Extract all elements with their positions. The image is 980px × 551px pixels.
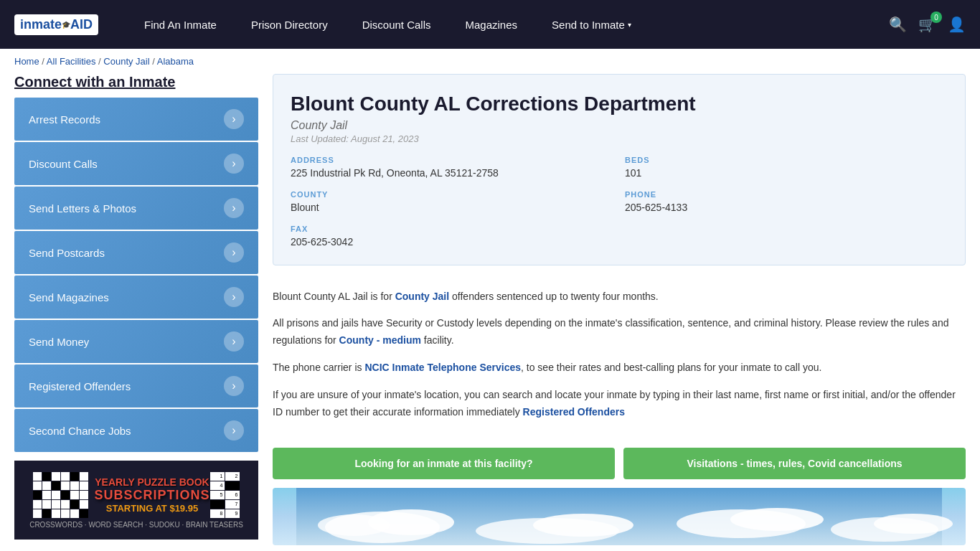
nav-prison-directory[interactable]: Prison Directory	[234, 0, 345, 49]
sidebar-item-label: Send Letters & Photos	[29, 202, 136, 215]
registered-offenders-link[interactable]: Registered Offenders	[523, 406, 625, 418]
fax-label: FAX	[291, 225, 613, 233]
sidebar-item-registered-offenders[interactable]: Registered Offenders ›	[14, 364, 258, 408]
svg-point-7	[730, 508, 824, 531]
breadcrumb: Home / All Facilities / County Jail / Al…	[0, 49, 980, 74]
nav-send-to-inmate[interactable]: Send to Inmate ▾	[534, 0, 649, 49]
svg-point-9	[874, 514, 953, 534]
facility-card: Blount County AL Corrections Department …	[273, 74, 966, 265]
ad-title: YEARLY PUZZLE BOOK	[94, 476, 209, 488]
county-value: Blount	[291, 202, 613, 213]
sidebar-item-label: Second Chance Jobs	[29, 425, 131, 437]
facility-name: Blount County AL Corrections Department	[291, 92, 948, 116]
sidebar-title: Connect with an Inmate	[14, 74, 258, 90]
arrow-icon: ›	[224, 376, 244, 396]
county-jail-link[interactable]: County Jail	[395, 291, 449, 302]
sidebar: Connect with an Inmate Arrest Records › …	[14, 74, 258, 545]
ncic-link[interactable]: NCIC Inmate Telephone Services	[364, 362, 521, 373]
description-area: Blount County AL Jail is for County Jail…	[273, 277, 966, 443]
sidebar-item-send-magazines[interactable]: Send Magazines ›	[14, 276, 258, 319]
sidebar-item-label: Send Money	[29, 336, 89, 348]
phone-value: 205-625-4133	[625, 202, 948, 213]
county-label: COUNTY	[291, 190, 613, 199]
search-icon[interactable]: 🔍	[889, 16, 907, 33]
logo-inmate-text: inmate	[20, 17, 62, 32]
number-grid-graphic: 12 4 56 7 89	[210, 472, 240, 518]
sidebar-item-second-chance-jobs[interactable]: Second Chance Jobs ›	[14, 409, 258, 452]
main-layout: Connect with an Inmate Arrest Records › …	[0, 74, 980, 551]
fax-block: FAX 205-625-3042	[291, 225, 613, 248]
arrow-icon: ›	[224, 154, 244, 174]
crossword-graphic	[33, 472, 88, 518]
sidebar-item-send-letters-photos[interactable]: Send Letters & Photos ›	[14, 187, 258, 230]
sidebar-menu: Arrest Records › Discount Calls › Send L…	[14, 98, 258, 452]
arrow-icon: ›	[224, 242, 244, 263]
address-value: 225 Industrial Pk Rd, Oneonta, AL 35121-…	[291, 167, 613, 179]
phone-block: PHONE 205-625-4133	[625, 190, 948, 213]
county-block: COUNTY Blount	[291, 190, 613, 213]
arrow-icon: ›	[224, 331, 244, 352]
facility-type: County Jail	[291, 119, 948, 132]
nav-links: Find An Inmate Prison Directory Discount…	[127, 0, 889, 49]
fax-value: 205-625-3042	[291, 236, 613, 248]
beds-block: BEDS 101	[625, 156, 948, 179]
dropdown-chevron-icon: ▾	[628, 21, 631, 29]
sidebar-item-arrest-records[interactable]: Arrest Records ›	[14, 98, 258, 141]
nav-find-inmate[interactable]: Find An Inmate	[127, 0, 234, 49]
desc-para3: The phone carrier is NCIC Inmate Telepho…	[273, 359, 966, 377]
desc-para2: All prisons and jails have Security or C…	[273, 315, 966, 349]
breadcrumb-all-facilities[interactable]: All Facilities	[47, 56, 96, 67]
desc-para1: Blount County AL Jail is for County Jail…	[273, 288, 966, 306]
breadcrumb-alabama[interactable]: Alabama	[157, 56, 194, 67]
phone-label: PHONE	[625, 190, 948, 199]
sidebar-ad[interactable]: YEARLY PUZZLE BOOK SUBSCRIPTIONS STARTIN…	[14, 461, 258, 540]
beds-value: 101	[625, 167, 948, 179]
ad-subtitle: SUBSCRIPTIONS	[94, 488, 209, 503]
cart-badge: 0	[930, 11, 942, 23]
logo[interactable]: inmate🎓AID	[14, 14, 98, 35]
account-icon[interactable]: 👤	[948, 16, 966, 33]
visitations-button[interactable]: Visitations - times, rules, Covid cancel…	[623, 448, 966, 479]
ad-price: STARTING AT $19.95	[94, 503, 209, 514]
svg-point-3	[318, 514, 390, 536]
ad-items-text: CROSSWORDS · WORD SEARCH · SUDOKU · BRAI…	[29, 521, 243, 529]
breadcrumb-home[interactable]: Home	[14, 56, 39, 67]
facility-updated: Last Updated: August 21, 2023	[291, 133, 948, 144]
sidebar-item-send-money[interactable]: Send Money ›	[14, 320, 258, 363]
looking-for-inmate-button[interactable]: Looking for an inmate at this facility?	[273, 448, 615, 479]
arrow-icon: ›	[224, 109, 244, 129]
svg-point-5	[533, 514, 633, 537]
nav-magazines[interactable]: Magazines	[448, 0, 535, 49]
beds-label: BEDS	[625, 156, 948, 164]
sidebar-item-label: Discount Calls	[29, 158, 98, 170]
arrow-icon: ›	[224, 420, 244, 441]
sidebar-item-label: Send Postcards	[29, 247, 105, 259]
cart-icon[interactable]: 🛒 0	[918, 16, 936, 33]
action-buttons: Looking for an inmate at this facility? …	[273, 448, 966, 479]
arrow-icon: ›	[224, 287, 244, 307]
sky-image	[273, 488, 966, 545]
address-block: ADDRESS 225 Industrial Pk Rd, Oneonta, A…	[291, 156, 613, 179]
sidebar-item-send-postcards[interactable]: Send Postcards ›	[14, 231, 258, 274]
facility-info-grid: ADDRESS 225 Industrial Pk Rd, Oneonta, A…	[291, 156, 948, 248]
sidebar-item-label: Arrest Records	[29, 113, 100, 126]
navbar: inmate🎓AID Find An Inmate Prison Directo…	[0, 0, 980, 49]
logo-aid-text: AID	[70, 17, 93, 32]
sidebar-item-discount-calls[interactable]: Discount Calls ›	[14, 142, 258, 185]
nav-icons: 🔍 🛒 0 👤	[889, 16, 966, 33]
logo-hat: 🎓	[62, 21, 70, 29]
arrow-icon: ›	[224, 198, 244, 218]
sidebar-item-label: Send Magazines	[29, 291, 109, 303]
breadcrumb-county-jail[interactable]: County Jail	[103, 56, 149, 67]
main-content: Blount County AL Corrections Department …	[273, 74, 966, 545]
desc-para4: If you are unsure of your inmate's locat…	[273, 387, 966, 421]
nav-discount-calls[interactable]: Discount Calls	[345, 0, 448, 49]
address-label: ADDRESS	[291, 156, 613, 164]
sidebar-item-label: Registered Offenders	[29, 380, 131, 392]
sky-svg	[273, 488, 966, 545]
county-medium-link[interactable]: County - medium	[339, 334, 421, 346]
